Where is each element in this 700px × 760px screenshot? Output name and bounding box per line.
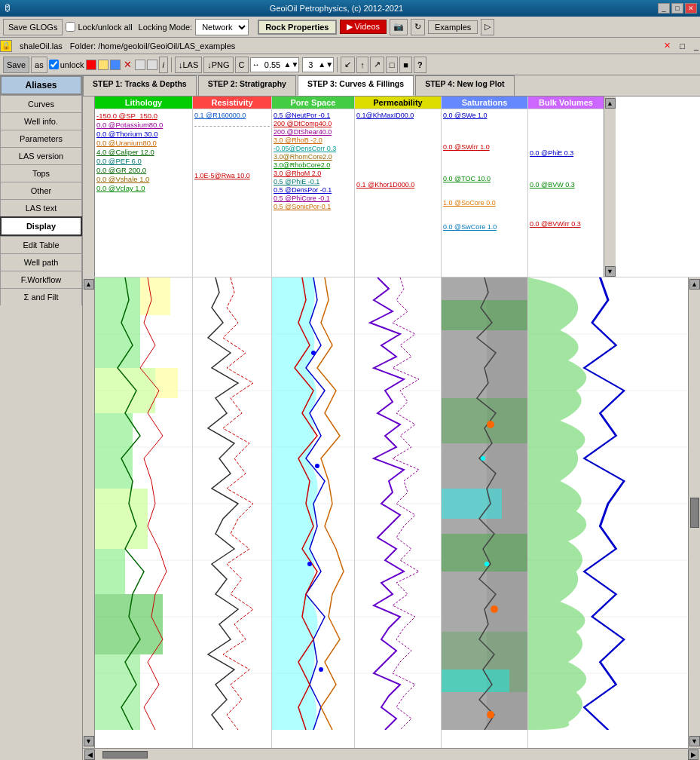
lock-icon: 🔒: [0, 40, 12, 52]
scale-input[interactable]: [261, 58, 284, 72]
videos-button[interactable]: ▶ Videos: [340, 20, 387, 34]
sidebar-item-display[interactable]: Display: [0, 216, 82, 236]
save-button[interactable]: Save: [3, 57, 29, 73]
svg-rect-53: [442, 489, 502, 519]
square-fill-btn[interactable]: ■: [399, 57, 412, 73]
log-visualization: ▲ ▼: [83, 277, 700, 748]
resize-info-btn[interactable]: □: [680, 41, 685, 51]
track-headers: Lithology -150.0 @SP_150.0 0.0 @Potassiu…: [83, 97, 700, 277]
bottom-scrollbar[interactable]: ◀ ▶: [83, 748, 700, 760]
rock-properties-button[interactable]: Rock Properties: [258, 20, 336, 35]
save-glogs-button[interactable]: Save GLOGs: [3, 19, 63, 35]
square-btn-2[interactable]: [147, 60, 157, 70]
svg-point-36: [307, 562, 312, 566]
track-lithology-header[interactable]: Lithology: [95, 97, 192, 109]
sidebar-item-parameters[interactable]: Parameters: [0, 130, 82, 147]
track-resistivity-header[interactable]: Resistivity: [193, 97, 271, 109]
sidebar-item-lasversion[interactable]: LAS version: [0, 147, 82, 164]
right-scrollbar-top[interactable]: ▲ ▼: [604, 97, 616, 277]
color-btn-3[interactable]: [110, 60, 121, 70]
step-input[interactable]: [303, 58, 318, 72]
window-controls: _ □ ✕: [658, 3, 697, 14]
sidebar-item-other[interactable]: Other: [0, 182, 82, 199]
log-track-saturations: [442, 277, 528, 748]
color-btn-1[interactable]: [86, 60, 96, 70]
app-icon: 🛢: [3, 3, 12, 14]
tab-step3[interactable]: STEP 3: Curves & Fillings: [298, 75, 414, 96]
collapse-info-btn[interactable]: _: [694, 41, 698, 51]
as-button[interactable]: as: [31, 57, 47, 73]
arrow-sw-btn[interactable]: ↙: [341, 57, 355, 73]
color-btn-2[interactable]: [98, 60, 109, 70]
track-resistivity-curves: 0.1 @R160000.0 1.0E-5@Rwa 10.0: [193, 109, 271, 277]
camera-button[interactable]: 📷: [390, 19, 408, 35]
saturations-svg: [442, 277, 528, 730]
svg-point-57: [487, 711, 494, 719]
more-button[interactable]: ▷: [481, 19, 494, 35]
examples-button[interactable]: Examples: [428, 20, 478, 34]
track-bulkvolumes: Bulk Volumes 0.0 @PhiE 0.3 0.0 @BVW 0.3 …: [528, 97, 604, 277]
refresh-button[interactable]: ↻: [411, 19, 425, 35]
content-area: STEP 1: Tracks & Depths STEP 2: Stratigr…: [83, 75, 700, 760]
svg-rect-54: [442, 670, 509, 692]
track-lithology: Lithology -150.0 @SP_150.0 0.0 @Potassiu…: [95, 97, 193, 277]
step-up-btn[interactable]: ▲: [318, 60, 326, 69]
tab-step2[interactable]: STEP 2: Stratigraphy: [198, 75, 296, 96]
left-scrollbar[interactable]: ▲ ▼: [83, 277, 95, 748]
las-btn[interactable]: ↓LAS: [175, 57, 202, 73]
track-saturations: Saturations 0.0 @SWe 1.0 0.0 @SWirr 1.0 …: [442, 97, 528, 277]
title-bar: 🛢 GeoiOil Petrophysics, (c) 2012-2021 _ …: [0, 0, 700, 17]
sidebar-item-tops[interactable]: Tops: [0, 164, 82, 182]
square-btn-1[interactable]: [135, 60, 145, 70]
sidebar-header-aliases[interactable]: Aliases: [0, 75, 82, 95]
svg-rect-16: [140, 277, 170, 315]
track-permeability: Permeability 0.1@KhMaxID00.0 0.1 @Khor1D…: [355, 97, 442, 277]
sidebar-item-sumfilt[interactable]: Σ and Filt: [0, 288, 82, 305]
track-saturations-curves: 0.0 @SWe 1.0 0.0 @SWirr 1.0 0.0 @TOC 10.…: [442, 109, 527, 277]
tab-step4[interactable]: STEP 4: New log Plot: [415, 75, 514, 96]
app-title: GeoiOil Petrophysics, (c) 2012-2021: [15, 4, 658, 13]
svg-rect-49: [442, 300, 528, 330]
png-btn[interactable]: ↓PNG: [203, 57, 233, 73]
close-x-btn[interactable]: ✕: [124, 59, 132, 70]
sidebar-item-edittable[interactable]: Edit Table: [0, 236, 82, 253]
square-outline-btn[interactable]: □: [386, 57, 399, 73]
help-btn[interactable]: ?: [414, 57, 426, 73]
arrow-ne-btn[interactable]: ↗: [370, 57, 384, 73]
minimize-btn[interactable]: _: [658, 3, 670, 14]
track-porespace-header[interactable]: Pore Space: [272, 97, 354, 109]
close-btn[interactable]: ✕: [685, 3, 697, 14]
arrow-up-btn[interactable]: ↑: [356, 57, 368, 73]
scale-up-btn[interactable]: ▲: [284, 60, 292, 69]
lock-unlock-label[interactable]: Lock/unlock all: [66, 22, 132, 32]
svg-point-35: [315, 464, 319, 468]
track-permeability-header[interactable]: Permeability: [355, 97, 441, 109]
lock-unlock-checkbox[interactable]: [66, 22, 75, 32]
right-scrollbar-bottom[interactable]: ▲ ▼: [688, 277, 700, 748]
track-bulkvolumes-header[interactable]: Bulk Volumes: [528, 97, 604, 109]
info-btn[interactable]: i: [159, 57, 168, 73]
log-track-porespace: [272, 277, 355, 748]
track-saturations-header[interactable]: Saturations: [442, 97, 527, 109]
log-track-lithology: [95, 277, 193, 748]
close-info-btn[interactable]: ✕: [664, 41, 671, 51]
menu-bar: Save GLOGs Lock/unlock all Locking Mode:…: [0, 17, 700, 38]
sidebar-item-curves[interactable]: Curves: [0, 95, 82, 112]
tab-step1[interactable]: STEP 1: Tracks & Depths: [83, 75, 197, 96]
folder-path: Folder: /home/geoloil/GeoiOil/LAS_exampl…: [70, 41, 236, 51]
sidebar-item-wellpath[interactable]: Well path: [0, 253, 82, 271]
scale-down-btn[interactable]: ▼: [291, 60, 298, 69]
locking-mode-select[interactable]: Network Local None: [195, 19, 249, 35]
track-permeability-curves: 0.1@KhMaxID00.0 0.1 @Khor1D000.0: [355, 109, 441, 277]
track-resistivity: Resistivity 0.1 @R160000.0 1.0E-5@Rwa 10…: [193, 97, 272, 277]
unlock-checkbox[interactable]: [49, 60, 59, 69]
step-down-btn[interactable]: ▼: [326, 60, 333, 69]
sidebar-item-wellinfo[interactable]: Well info.: [0, 112, 82, 130]
video-icon: ▶: [347, 22, 353, 31]
c-btn[interactable]: C: [235, 57, 249, 73]
maximize-btn[interactable]: □: [671, 3, 683, 14]
sidebar-item-lastext[interactable]: LAS text: [0, 199, 82, 216]
sidebar-item-fworkflow[interactable]: F.Workflow: [0, 271, 82, 288]
unlock-toggle[interactable]: unlock: [49, 60, 84, 69]
log-tracks-area: [95, 277, 688, 748]
